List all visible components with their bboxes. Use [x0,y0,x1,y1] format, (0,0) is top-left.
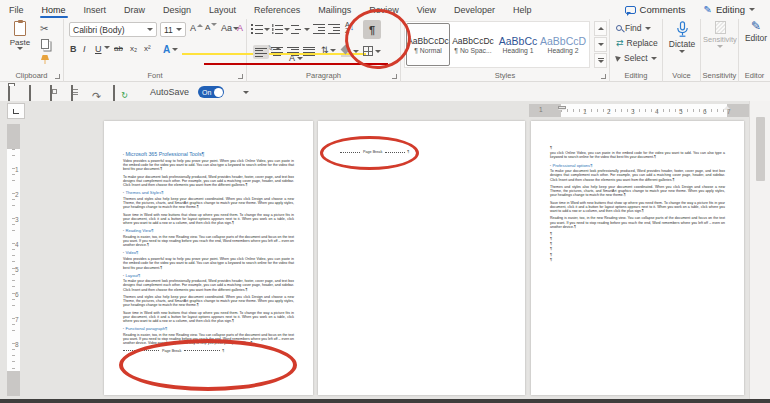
gallery-more-button[interactable] [594,53,607,68]
style-card-nospac[interactable]: AaBbCcDc¶ No Spac... [451,23,495,66]
underline-button[interactable]: U [95,44,102,54]
page-2[interactable]: Page Break¶ [318,121,525,395]
align-left-button[interactable] [253,45,269,59]
gallery-up-button[interactable] [594,21,607,36]
shrink-font-button[interactable]: A [205,23,217,32]
tab-references[interactable]: References [245,0,309,19]
pilcrow-mark: ¶ [550,258,725,263]
align-center-button[interactable] [271,46,283,56]
style-card-heading2[interactable]: AaBbCcDHeading 2 [541,23,585,66]
sort-button[interactable]: AZ ↓ [345,22,354,33]
show-hide-formatting-button[interactable]: ¶ [363,20,381,39]
cut-button[interactable]: ✂ [40,23,48,34]
multilevel-list-button[interactable] [291,24,310,34]
tab-layout[interactable]: Layout [200,0,245,19]
numbering-icon [271,24,283,34]
clipboard-dialog-launcher-icon[interactable] [55,74,60,79]
dictate-button[interactable]: Dictate [668,21,696,53]
page-3[interactable]: ¶you click Online Video, you can paste i… [531,121,744,395]
vertical-scrollbar[interactable] [749,101,770,399]
line-spacing-button[interactable]: ⇅ [321,45,336,55]
superscript-icon: x² [144,44,151,53]
decrease-indent-button[interactable] [313,24,325,34]
chevron-down-icon [717,45,723,48]
increase-indent-icon [328,24,340,34]
bold-button[interactable]: B [70,44,77,54]
increase-indent-button[interactable] [328,24,340,34]
borders-button[interactable] [363,46,381,56]
horizontal-ruler[interactable]: 1 1234567 [529,104,770,117]
numbering-button[interactable] [271,24,290,34]
editor-button[interactable]: ✎ Editor [742,21,770,43]
doc-paragraph: To make your document look professionall… [123,279,294,292]
tab-home[interactable]: Home [33,0,75,19]
align-right-button[interactable] [287,46,299,56]
bullets-button[interactable] [251,24,270,34]
print-button[interactable] [71,86,83,98]
ruler-number: 1 [15,166,19,173]
style-card-heading1[interactable]: AaBbCcHeading 1 [496,23,540,66]
tab-stop-selector[interactable] [7,103,25,119]
tab-view[interactable]: View [408,0,445,19]
text-effects-button[interactable]: A [163,44,178,55]
chevron-down-icon [679,50,685,53]
doc-heading: Professional options¶ [550,163,725,168]
sync-arrows-icon: ↻ [121,92,128,100]
tab-file[interactable]: File [0,0,33,19]
justify-button[interactable] [303,46,315,56]
microphone-icon [676,21,689,38]
clear-formatting-button[interactable]: A [237,23,243,33]
tab-design[interactable]: Design [154,0,200,19]
tab-developer[interactable]: Developer [445,0,504,19]
print-preview-button[interactable] [50,86,62,98]
vertical-ruler[interactable]: 12345678 [7,124,20,396]
left-indent-marker[interactable] [558,106,566,109]
grow-font-button[interactable]: A [190,23,203,33]
comments-button[interactable]: Comments [618,2,693,17]
subscript-button[interactable]: x₂ [130,44,137,53]
italic-button[interactable]: I [83,44,86,54]
grow-font-icon: A [190,23,196,33]
page-3-content: ¶you click Online Video, you can paste i… [531,121,744,395]
font-name-combobox[interactable]: Calibri (Body) [69,22,157,37]
doc-paragraph: Reading is easier, too, in the new Readi… [123,333,294,346]
editor-group-label: Editor [739,71,770,80]
styles-group-label: Styles [401,71,609,80]
font-dialog-launcher-icon[interactable] [238,74,243,79]
tab-insert[interactable]: Insert [75,0,116,19]
chevron-down-icon [651,57,657,60]
page-1[interactable]: Microsoft 365 Professional Tools¶Video p… [104,121,313,395]
tab-draw[interactable]: Draw [115,0,154,19]
doc-heading: Reading View¶ [123,228,294,233]
chevron-down-icon [645,27,651,30]
shading-button[interactable] [341,46,359,56]
open-button[interactable] [8,86,20,98]
tab-review[interactable]: Review [360,0,408,19]
strikethrough-button[interactable]: ab [114,44,123,53]
paragraph-dialog-launcher-icon[interactable] [392,74,397,79]
scrollbar-thumb[interactable] [756,117,765,181]
gallery-down-button[interactable] [594,37,607,52]
select-button[interactable]: Select [616,53,657,63]
underline-dropdown[interactable] [104,46,110,49]
qat-customize-icon[interactable] [243,91,249,94]
font-size-combobox[interactable]: 11 [160,22,186,37]
autosave-toggle[interactable]: On [198,86,224,98]
replace-button[interactable]: ⇄Replace [616,38,658,48]
styles-dialog-launcher-icon[interactable] [601,74,606,79]
style-card-normal[interactable]: AaBbCcDc¶ Normal [406,23,450,66]
tab-mailings[interactable]: Mailings [309,0,360,19]
find-button[interactable]: Find [616,23,651,33]
style-label: ¶ No Spac... [454,47,491,54]
new-document-button[interactable] [29,86,41,98]
redo-button[interactable]: ↷ [92,86,104,98]
editing-mode-button[interactable]: ✎ Editing [697,2,762,17]
save-button[interactable]: ↻ [113,86,125,98]
superscript-button[interactable]: x² [144,44,151,53]
copy-button[interactable] [41,39,49,49]
format-painter-button[interactable] [41,55,49,64]
styles-group: AaBbCcDc¶ NormalAaBbCcDc¶ No Spac...AaBb… [401,19,610,82]
paste-button[interactable]: Paste [5,21,35,67]
tab-help[interactable]: Help [504,0,541,19]
ruler-number: 1 [583,108,587,115]
